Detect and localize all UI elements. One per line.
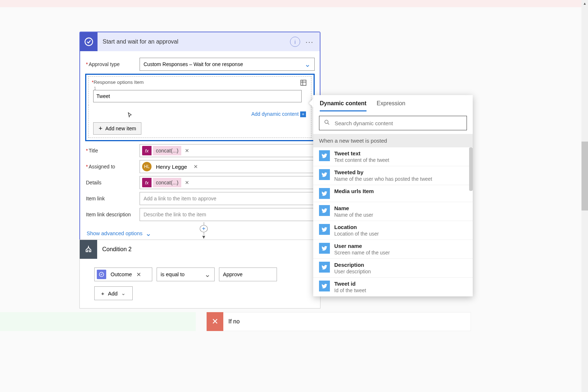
condition-value-input[interactable]: Approve — [219, 268, 277, 281]
twitter-icon — [319, 281, 330, 291]
dynamic-item[interactable]: LocationLocation of the user — [313, 221, 473, 240]
dynamic-item-desc: Text content of the tweet — [334, 157, 389, 163]
info-icon[interactable]: i — [290, 37, 300, 47]
chevron-down-icon: ⌄ — [145, 229, 152, 238]
details-token: concat(...) — [153, 178, 181, 187]
add-new-item-button[interactable]: + Add new item — [93, 122, 141, 135]
dynamic-item-desc: User description — [334, 269, 371, 274]
condition-title: Condition 2 — [97, 246, 320, 253]
plus-icon: + — [99, 125, 103, 132]
dynamic-item-desc: Name of the user — [334, 212, 373, 218]
response-options-area: *Response options Item 1 Tweet — [88, 76, 311, 105]
twitter-icon — [319, 169, 330, 180]
top-banner — [0, 0, 588, 7]
assigned-person: Henry Legge — [153, 164, 190, 170]
remove-token-icon[interactable]: ✕ — [183, 180, 191, 185]
approval-type-select[interactable]: Custom Responses – Wait for one response… — [140, 58, 315, 71]
condition-left-operand[interactable]: Outcome ✕ — [94, 268, 152, 281]
flow-connector: + ▾ — [199, 222, 208, 240]
dynamic-item-desc: Id of the tweet — [334, 287, 366, 293]
item-link-desc-label: Item link description — [85, 212, 140, 217]
dynamic-item-desc: Name of the user who has posted the twee… — [334, 176, 432, 182]
title-label: *Title — [85, 148, 140, 154]
assigned-to-field[interactable]: HL Henry Legge ✕ — [140, 160, 315, 173]
condition-header[interactable]: Condition 2 — [80, 240, 320, 259]
if-no-label: If no — [223, 318, 240, 325]
plus-icon: + — [101, 290, 104, 297]
response-item-input[interactable]: Tweet — [93, 90, 302, 102]
item-link-input[interactable]: Add a link to the item to approve — [140, 192, 315, 205]
avatar-icon: HL — [142, 162, 152, 171]
page-scrollbar[interactable]: ▲ — [581, 0, 588, 392]
chevron-down-icon: ⌄ — [204, 270, 211, 279]
dynamic-item-title: User name — [334, 243, 390, 249]
dynamic-section-header: When a new tweet is posted — [313, 134, 473, 147]
dynamic-item-title: Name — [334, 205, 373, 211]
item-link-label: Item link — [85, 196, 140, 201]
insert-step-button[interactable]: + — [200, 225, 208, 232]
svg-point-0 — [85, 38, 93, 46]
remove-token-icon[interactable]: ✕ — [183, 148, 191, 154]
item-link-desc-input[interactable]: Describe the link to the item — [140, 208, 315, 221]
search-icon — [324, 119, 330, 127]
approval-title: Start and wait for an approval — [98, 38, 290, 45]
dynamic-item-title: Media urls Item — [334, 188, 374, 194]
svg-rect-1 — [301, 80, 306, 86]
dynamic-content-panel: Dynamic content Expression When a new tw… — [313, 95, 473, 297]
dynamic-item[interactable]: Media urls Item — [313, 185, 473, 202]
dynamic-item[interactable]: Tweet idId of the tweet — [313, 278, 473, 297]
approval-card-header[interactable]: Start and wait for an approval i ··· — [80, 32, 320, 51]
close-icon: ✕ — [207, 312, 223, 331]
tab-dynamic-content[interactable]: Dynamic content — [320, 100, 367, 111]
dynamic-item[interactable]: Tweeted byName of the user who has poste… — [313, 166, 473, 185]
response-item-index: 1 — [94, 86, 96, 90]
twitter-icon — [319, 188, 330, 199]
approval-icon — [80, 32, 98, 51]
dynamic-item[interactable]: NameName of the user — [313, 202, 473, 221]
twitter-icon — [319, 224, 330, 235]
details-label: Details — [85, 180, 140, 185]
array-mode-icon[interactable] — [299, 79, 307, 87]
scrollbar-thumb[interactable] — [581, 142, 588, 211]
dynamic-items-list: Tweet textText content of the tweetTweet… — [313, 147, 473, 297]
twitter-icon — [319, 150, 330, 161]
chevron-down-icon: ⌄ — [121, 290, 126, 297]
condition-card: Condition 2 Outcome ✕ is equal to ⌄ Appr… — [79, 240, 320, 309]
condition-operator-select[interactable]: is equal to ⌄ — [157, 268, 215, 281]
twitter-icon — [319, 205, 330, 216]
scrollbar-thumb[interactable] — [469, 147, 473, 191]
dynamic-search-input[interactable] — [335, 120, 462, 126]
chevron-down-icon: ⌄ — [305, 60, 311, 69]
title-field[interactable]: fx concat(...) ✕ — [140, 144, 315, 157]
approval-type-label: *Approval type — [85, 61, 140, 67]
panel-caret-icon — [309, 99, 313, 107]
remove-token-icon[interactable]: ✕ — [134, 271, 143, 278]
details-field[interactable]: fx concat(...) ✕ — [140, 176, 315, 189]
outcome-token-label: Outcome — [108, 271, 132, 277]
outcome-icon — [97, 270, 106, 279]
show-advanced-options[interactable]: Show advanced options ⌄ — [87, 229, 152, 238]
svg-point-3 — [325, 120, 328, 123]
dynamic-item-title: Description — [334, 262, 371, 268]
dynamic-item[interactable]: DescriptionUser description — [313, 259, 473, 278]
more-menu-icon[interactable]: ··· — [305, 38, 315, 46]
dynamic-item-title: Tweet id — [334, 281, 366, 287]
if-no-branch[interactable]: ✕ If no — [206, 312, 471, 331]
dynamic-item-desc: Location of the user — [334, 231, 379, 237]
approval-card: Start and wait for an approval i ··· *Ap… — [79, 32, 320, 245]
scroll-up-icon[interactable]: ▲ — [581, 0, 588, 7]
dynamic-item[interactable]: User nameScreen name of the user — [313, 240, 473, 259]
fx-icon: fx — [142, 146, 152, 155]
assigned-to-label: *Assigned to — [85, 164, 140, 170]
dynamic-item-title: Tweeted by — [334, 169, 432, 175]
tab-expression[interactable]: Expression — [377, 100, 405, 111]
add-dynamic-content-link[interactable]: Add dynamic content+ — [92, 111, 306, 117]
response-options-label: *Response options Item — [92, 79, 308, 85]
add-condition-button[interactable]: + Add ⌄ — [94, 286, 133, 300]
remove-person-icon[interactable]: ✕ — [191, 164, 200, 170]
dynamic-item[interactable]: Tweet textText content of the tweet — [313, 147, 473, 166]
response-options-highlight: *Response options Item 1 Tweet Add dynam… — [85, 74, 315, 141]
condition-icon — [80, 240, 97, 259]
dynamic-item-desc: Screen name of the user — [334, 250, 390, 256]
dynamic-search[interactable] — [319, 116, 467, 130]
